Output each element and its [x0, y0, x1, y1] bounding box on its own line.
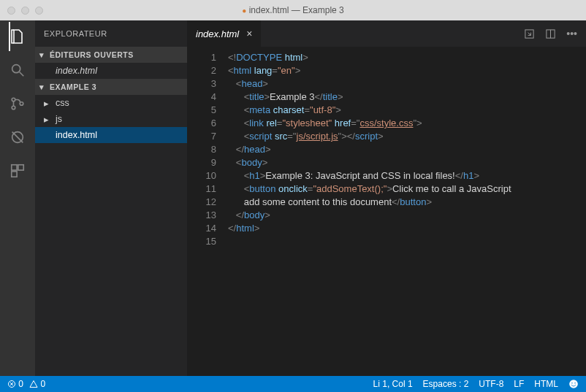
chevron-down-icon: ▾	[39, 82, 48, 91]
status-bar: 0 0 Li 1, Col 1 Espaces : 2 UTF-8 LF HTM…	[0, 376, 586, 392]
status-warnings[interactable]: 0	[29, 379, 45, 389]
source-control-icon[interactable]	[9, 95, 26, 112]
split-editor-icon[interactable]	[545, 28, 556, 39]
chevron-down-icon: ▾	[39, 50, 48, 59]
tab-label: index.html	[196, 28, 239, 39]
svg-point-2	[12, 98, 15, 101]
svg-line-1	[20, 72, 24, 77]
editor-tab[interactable]: index.html×	[187, 20, 262, 47]
debug-icon[interactable]	[9, 128, 26, 146]
close-window-icon[interactable]	[7, 7, 15, 15]
code-content[interactable]: <!DOCTYPE html><html lang="en"> <head> <…	[228, 47, 586, 376]
search-icon[interactable]	[9, 61, 26, 79]
compare-icon[interactable]	[524, 28, 535, 39]
status-errors[interactable]: 0	[7, 379, 23, 389]
tab-bar: index.html× •••	[187, 20, 586, 47]
status-encoding[interactable]: UTF-8	[479, 379, 503, 389]
chevron-right-icon: ▸	[44, 114, 53, 125]
file-item[interactable]: index.html	[35, 127, 187, 143]
explorer-icon[interactable]	[9, 28, 26, 45]
svg-point-4	[20, 102, 23, 106]
window-title: ● index.html — Example 3	[0, 5, 586, 15]
line-numbers: 123456789101112131415	[187, 47, 228, 376]
close-tab-icon[interactable]: ×	[246, 28, 252, 39]
status-cursor[interactable]: Li 1, Col 1	[373, 379, 413, 389]
status-spaces[interactable]: Espaces : 2	[423, 379, 469, 389]
open-editors-section[interactable]: ▾ ÉDITEURS OUVERTS	[35, 47, 187, 63]
minimize-window-icon[interactable]	[21, 7, 29, 15]
status-eol[interactable]: LF	[514, 379, 524, 389]
editor: index.html× ••• 123456789101112131415 <!…	[187, 20, 586, 376]
chevron-right-icon: ▸	[44, 98, 53, 109]
extensions-icon[interactable]	[9, 162, 26, 180]
more-icon[interactable]: •••	[566, 28, 577, 39]
feedback-icon[interactable]	[568, 379, 579, 389]
svg-rect-7	[12, 165, 17, 170]
open-editor-item[interactable]: index.html	[35, 63, 187, 79]
svg-rect-8	[18, 165, 23, 170]
svg-point-17	[571, 383, 573, 384]
folder-item[interactable]: ▸css	[35, 95, 187, 111]
svg-point-18	[574, 383, 576, 384]
svg-point-16	[569, 380, 578, 388]
zoom-window-icon[interactable]	[35, 7, 43, 15]
project-section[interactable]: ▾ EXAMPLE 3	[35, 79, 187, 95]
svg-rect-9	[12, 172, 17, 177]
sidebar: EXPLORATEUR ▾ ÉDITEURS OUVERTS index.htm…	[35, 20, 187, 376]
activity-bar	[0, 20, 35, 376]
status-language[interactable]: HTML	[534, 379, 558, 389]
sidebar-title: EXPLORATEUR	[35, 20, 187, 47]
title-bar: ● index.html — Example 3	[0, 0, 586, 20]
svg-point-3	[12, 106, 15, 109]
svg-point-0	[12, 65, 20, 73]
code-editor[interactable]: 123456789101112131415 <!DOCTYPE html><ht…	[187, 47, 586, 376]
folder-item[interactable]: ▸js	[35, 111, 187, 127]
